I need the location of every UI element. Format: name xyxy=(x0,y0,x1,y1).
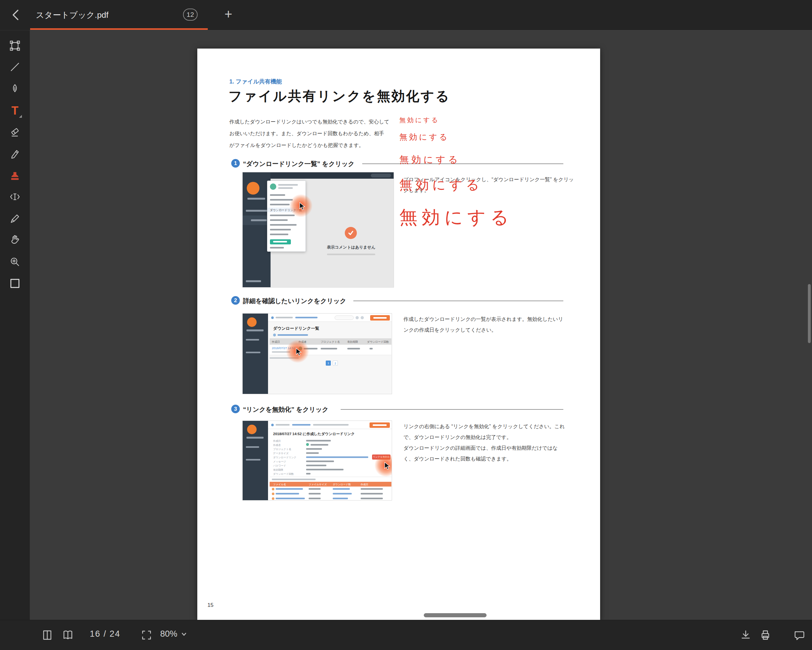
single-page-view-button[interactable] xyxy=(40,627,55,643)
file-column-header: ファイルサイズ xyxy=(308,483,327,486)
text-annotation[interactable]: 無効にする xyxy=(399,176,483,194)
cursor-arrow-icon xyxy=(384,462,391,470)
pagination-page-1: 1 xyxy=(326,361,331,366)
step3-screenshot: 2018/07/27 14:52 に作成したダウンロードリンク 作成日 作成者 … xyxy=(242,421,392,500)
step-description-2: 作成したダウンロードリンクの一覧が表示されます。無効化したいリ ンクの作成日をク… xyxy=(403,314,563,335)
text-select-tool-button[interactable] xyxy=(7,189,23,204)
sign-tool-button[interactable] xyxy=(7,211,23,226)
file-column-header: 作成日 xyxy=(361,483,368,486)
text-tool-button[interactable]: T xyxy=(7,103,23,118)
help-icon xyxy=(361,316,364,319)
two-page-view-button[interactable] xyxy=(60,627,75,643)
step-number-1: 1 xyxy=(231,159,240,168)
book-spread-icon xyxy=(61,629,75,642)
step2-screenshot: ダウンロードリンク一覧 作成日 作成者 プロジェクト名 有効期限 ダウンロード回… xyxy=(242,313,392,394)
printer-icon xyxy=(759,629,772,642)
vertical-scrollbar[interactable] xyxy=(808,284,811,343)
step-number-2: 2 xyxy=(231,296,240,305)
speech-bubble-icon xyxy=(792,629,806,642)
select-tool-button[interactable] xyxy=(7,38,23,54)
text-annotation[interactable]: 無効にする xyxy=(399,116,439,124)
workspace-logo xyxy=(247,317,256,327)
detail-label: データサイズ xyxy=(273,452,288,455)
empty-state-title: 表示コメントはありません xyxy=(319,245,383,250)
shot3-page-title: 2018/07/27 14:52 に作成したダウンロードリンク xyxy=(273,432,355,436)
app-sidebar xyxy=(243,314,268,394)
filter-icon xyxy=(273,333,276,336)
search-box xyxy=(371,174,391,177)
topbar: スタートブック.pdf 12 + xyxy=(0,0,812,30)
hand-tool-button[interactable] xyxy=(7,232,23,248)
step-heading-1: “ダウンロードリンク一覧” をクリック xyxy=(243,160,355,168)
intro-paragraph: 作成したダウンロードリンクはいつでも無効化できるので、安心して お使いいただけま… xyxy=(229,116,389,151)
hand-icon xyxy=(9,234,21,246)
marker-pencil-icon xyxy=(9,148,21,160)
document-tab[interactable]: スタートブック.pdf 12 xyxy=(30,0,208,30)
mouse-cursor xyxy=(384,462,391,470)
stamp-icon xyxy=(9,170,21,182)
step-rule-2 xyxy=(353,301,563,301)
chevron-down-icon xyxy=(180,631,188,638)
zoom-control[interactable]: 80% xyxy=(160,629,188,639)
new-tab-button[interactable]: + xyxy=(220,6,237,23)
annotation-toolbar: T xyxy=(0,30,30,620)
step-number-3: 3 xyxy=(231,405,240,413)
tab-title: スタートブック.pdf xyxy=(36,9,108,21)
cursor-arrow-icon xyxy=(299,202,306,211)
detail-label: パスワード xyxy=(273,464,286,468)
detail-label: 作成日 xyxy=(273,439,281,443)
empty-state-check-icon xyxy=(345,227,357,239)
mouse-cursor xyxy=(296,348,302,356)
line-icon xyxy=(9,61,21,73)
marker-tool-button[interactable] xyxy=(7,146,23,162)
page-indicator[interactable]: 16 / 24 xyxy=(90,629,121,639)
section-label: 1. ファイル共有機能 xyxy=(229,78,282,86)
mouse-cursor xyxy=(299,202,306,211)
text-annotation[interactable]: 無効にする xyxy=(399,132,449,142)
detail-label: ダウンロードリンク xyxy=(273,456,296,459)
text-annotation[interactable]: 無効にする xyxy=(399,153,460,166)
magnifier-plus-icon xyxy=(9,255,21,268)
step-description-3: リンクの右側にある “リンクを無効化” をクリックしてください。これ で、ダウン… xyxy=(403,421,565,464)
annotation-count-badge: 12 xyxy=(183,9,198,21)
pen-tool-button[interactable] xyxy=(7,81,23,97)
file-column-header: ダウンロード数 xyxy=(333,483,351,486)
line-tool-button[interactable] xyxy=(7,60,23,75)
document-viewer: 1. ファイル共有機能 ファイル共有リンクを無効化する 作成したダウンロードリン… xyxy=(30,30,812,620)
file-column-header: ファイル名 xyxy=(273,483,286,486)
text-annotation[interactable]: 無効にする xyxy=(399,205,513,230)
detail-label: ダウンロード回数 xyxy=(273,472,294,476)
column-header: プロジェクト名 xyxy=(321,340,340,344)
fullscreen-button[interactable] xyxy=(139,627,154,643)
zoom-tool-button[interactable] xyxy=(7,254,23,269)
notification-icon xyxy=(356,316,359,319)
pen-nib-icon xyxy=(9,83,21,96)
fountain-pen-icon xyxy=(9,212,21,225)
fullscreen-icon xyxy=(140,629,153,642)
eraser-icon xyxy=(9,126,21,138)
pagination-page-2: 2 xyxy=(333,361,338,366)
text-cursor-icon xyxy=(9,190,21,203)
workspace-logo xyxy=(247,425,256,434)
column-header: 有効期限 xyxy=(347,340,358,344)
comment-button[interactable] xyxy=(791,627,807,643)
download-button[interactable] xyxy=(738,627,753,643)
eraser-tool-button[interactable] xyxy=(7,124,23,140)
color-swatch-button[interactable] xyxy=(7,276,23,291)
text-tool-icon: T xyxy=(11,104,18,118)
stamp-tool-button[interactable] xyxy=(7,168,23,184)
pdf-page: 1. ファイル共有機能 ファイル共有リンクを無効化する 作成したダウンロードリン… xyxy=(197,49,600,620)
back-button[interactable] xyxy=(8,6,25,23)
column-header: 作成日 xyxy=(272,340,280,344)
horizontal-scrollbar[interactable] xyxy=(424,613,487,617)
step-rule-3 xyxy=(341,409,563,410)
detail-label: プロジェクト名 xyxy=(273,448,291,451)
pdf-page-number: 15 xyxy=(208,602,214,609)
print-button[interactable] xyxy=(758,627,773,643)
page-title: ファイル共有リンクを無効化する xyxy=(228,87,450,105)
color-swatch-icon xyxy=(9,277,21,290)
single-page-view-icon xyxy=(41,629,54,642)
step-rule-1 xyxy=(362,164,563,164)
file-table-header xyxy=(270,482,391,486)
detail-label: メッセージ xyxy=(273,460,286,463)
